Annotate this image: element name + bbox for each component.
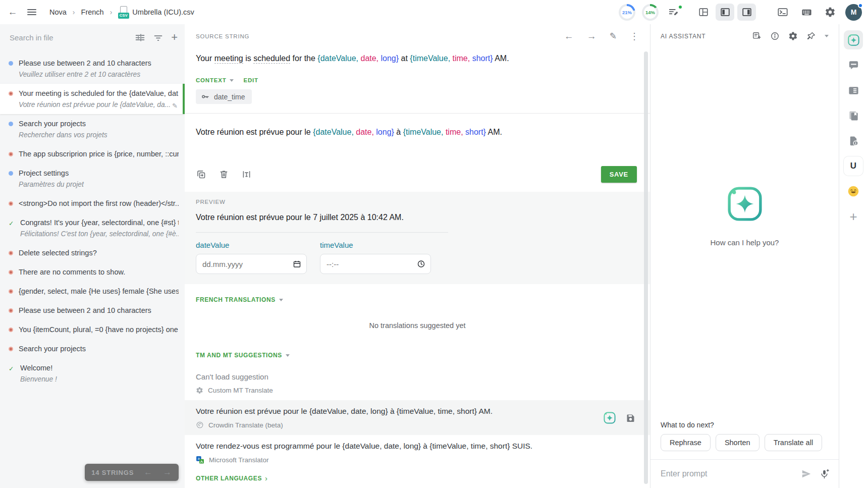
string-item-texts: {gender, select, male {He uses} female {… xyxy=(19,287,179,296)
other-languages-toggle[interactable]: OTHER LANGUAGES xyxy=(196,475,262,482)
chevron-down-icon xyxy=(230,79,234,82)
user-avatar[interactable]: M xyxy=(845,4,862,21)
approved-progress-ring[interactable]: 14% xyxy=(642,4,659,21)
ai-assistant-tab-icon[interactable] xyxy=(844,30,863,49)
string-status-icon xyxy=(9,152,13,156)
string-translation-text: Rechercher dans vos projets xyxy=(19,131,179,139)
string-navigation: ← → ✎ ⋮ xyxy=(564,31,639,41)
crowdin-editor-screen: ← Nova › French › CSV Umbrella (ICU).csv… xyxy=(0,0,868,488)
string-list-item[interactable]: Please use between 2 and 10 characters xyxy=(0,301,185,320)
edit-source-icon[interactable]: ✎ xyxy=(610,32,617,40)
string-list-item[interactable]: {gender, select, male {He uses} female {… xyxy=(0,282,185,301)
string-source-text: Your meeting is scheduled for the {dateV… xyxy=(19,89,179,98)
more-options-icon[interactable]: ⋮ xyxy=(630,32,639,41)
string-list-item[interactable]: Project settings Paramètres du projet xyxy=(0,164,185,194)
string-list-item[interactable]: Your meeting is scheduled for the {dateV… xyxy=(0,84,185,114)
string-list-item[interactable]: There are no comments to show. xyxy=(0,262,185,282)
string-list-item[interactable]: You {itemCount, plural, =0 {have no proj… xyxy=(0,320,185,339)
edit-context-button[interactable]: EDIT xyxy=(244,77,258,83)
ai-greeting-text: How can I help you? xyxy=(711,238,779,247)
next-string-icon[interactable]: → xyxy=(587,31,596,41)
translation-input[interactable]: Votre réunion est prévue pour le {dateVa… xyxy=(196,127,639,162)
previous-string-icon[interactable]: ← xyxy=(564,31,574,41)
string-list-item[interactable]: Search your projects Rechercher dans vos… xyxy=(0,114,185,144)
icu-token: date, xyxy=(358,54,378,63)
tm-mt-suggestion[interactable]: Votre réunion est prévue pour le {dateVa… xyxy=(185,400,650,435)
string-list-item[interactable]: Delete selected strings? xyxy=(0,243,185,262)
crowdin-translate-icon xyxy=(196,421,204,429)
breadcrumb-file[interactable]: CSV Umbrella (ICU).csv xyxy=(118,6,194,19)
string-source-text: Please use between 2 and 10 characters xyxy=(19,306,179,315)
translated-progress-ring[interactable]: 21% xyxy=(619,4,635,21)
chevron-right-icon: › xyxy=(265,474,267,482)
calendar-icon[interactable] xyxy=(293,260,301,268)
string-source-text: <strong>Do not import the first row (hea… xyxy=(19,199,179,208)
string-source-text: Search your projects xyxy=(19,344,179,353)
provider-name: Microsoft Translator xyxy=(209,456,269,464)
add-app-icon[interactable]: + xyxy=(844,207,863,226)
copy-source-icon[interactable] xyxy=(196,169,206,180)
file-info-tab-icon[interactable] xyxy=(844,131,863,150)
breadcrumb-project[interactable]: Nova xyxy=(49,8,67,16)
string-status-icon xyxy=(9,289,13,294)
breadcrumb-language[interactable]: French xyxy=(81,8,104,16)
string-item-texts: There are no comments to show. xyxy=(19,267,179,277)
rephrase-button[interactable]: Rephrase xyxy=(661,434,711,451)
text-format-icon[interactable] xyxy=(241,169,252,180)
string-list-item[interactable]: The app subscriprion price is {price, nu… xyxy=(0,144,185,164)
edit-pencil-icon[interactable]: ✎ xyxy=(172,102,178,110)
back-icon[interactable]: ← xyxy=(4,4,21,21)
previous-page-icon[interactable]: ← xyxy=(144,467,153,477)
string-item-texts: Please use between 2 and 10 characters V… xyxy=(19,59,179,79)
save-button[interactable]: SAVE xyxy=(601,166,637,183)
date-value-input[interactable] xyxy=(196,254,307,274)
ai-refine-suggestion-icon[interactable] xyxy=(603,411,616,424)
translate-all-button[interactable]: Translate all xyxy=(765,434,822,451)
icu-token: AM. xyxy=(493,54,509,63)
french-translations-toggle[interactable]: FRENCH TRANSLATIONS xyxy=(196,296,276,303)
chevron-right-icon: › xyxy=(110,8,113,16)
suggestions-list: Can't load suggestion a Custom MT Transl… xyxy=(185,366,650,470)
emoji-app-icon[interactable] xyxy=(844,182,863,201)
add-string-icon[interactable]: + xyxy=(171,31,178,44)
string-list-item[interactable]: Please use between 2 and 10 characters V… xyxy=(0,53,185,84)
comments-tab-icon[interactable] xyxy=(844,56,863,75)
icu-token: long} xyxy=(378,54,399,63)
send-prompt-icon[interactable] xyxy=(801,468,812,479)
shorten-button[interactable]: Shorten xyxy=(716,434,760,451)
next-page-icon[interactable]: → xyxy=(163,467,172,477)
clear-translation-icon[interactable] xyxy=(219,169,229,180)
tm-mt-suggestion[interactable]: Votre rendez-vous est programmé pour le … xyxy=(185,435,650,470)
ai-prompt-input[interactable] xyxy=(660,469,794,479)
strings-count-label: 14 STRINGS xyxy=(91,469,134,476)
search-in-file-input[interactable] xyxy=(9,33,127,42)
tm-mt-toggle[interactable]: TM AND MT SUGGESTIONS xyxy=(196,352,282,359)
custom-app-u-icon[interactable]: U xyxy=(844,156,863,176)
suggestion-provider: a Crowdin Translate (beta) xyxy=(196,421,639,429)
context-dropdown[interactable]: CONTEXT xyxy=(196,77,234,83)
string-status-icon xyxy=(9,364,15,368)
save-suggestion-icon[interactable] xyxy=(625,413,636,423)
advanced-filter-icon[interactable] xyxy=(135,32,145,43)
string-status-icon xyxy=(9,122,13,126)
other-languages-row: OTHER LANGUAGES › xyxy=(196,474,639,482)
string-list-item[interactable]: Search your projects xyxy=(0,339,185,358)
string-item-texts: Search your projects xyxy=(19,344,179,353)
time-value-label: timeValue xyxy=(320,241,353,249)
string-list-item[interactable]: Congrats! It's your {year, selectordinal… xyxy=(0,213,185,243)
key-icon xyxy=(201,92,209,101)
string-key-chip[interactable]: date_time xyxy=(196,89,252,104)
menu-icon[interactable] xyxy=(23,4,40,21)
filter-icon[interactable] xyxy=(153,32,164,43)
string-source-text: You {itemCount, plural, =0 {have no proj… xyxy=(19,325,179,334)
string-list-item[interactable]: Welcome! Bienvenue ! xyxy=(0,358,185,389)
glossary-tab-icon[interactable] xyxy=(844,106,863,125)
clock-icon[interactable] xyxy=(417,260,425,268)
context-panel-tab-icon[interactable] xyxy=(844,81,863,100)
scrollbar-thumb[interactable] xyxy=(644,51,648,484)
time-value-input[interactable] xyxy=(320,254,431,274)
string-list-item[interactable]: <strong>Do not import the first row (hea… xyxy=(0,194,185,213)
voice-input-icon[interactable] xyxy=(819,469,830,479)
string-status-icon xyxy=(9,251,13,255)
tm-mt-suggestion[interactable]: Can't load suggestion a Custom MT Transl… xyxy=(185,366,650,400)
